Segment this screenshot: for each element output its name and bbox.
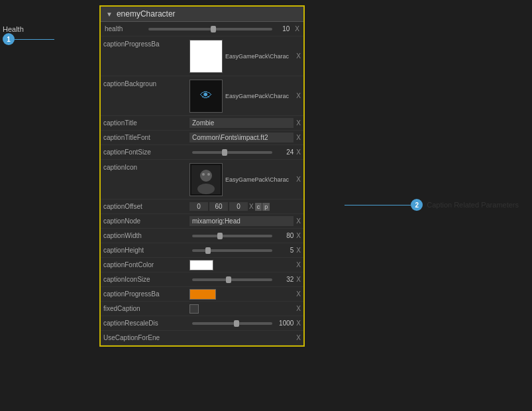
- row-captionIconSize: captionIconSize 32 X: [101, 272, 303, 287]
- slider-val-captionWidth: 80: [275, 232, 293, 239]
- row-label-captionTitle: captionTitle: [103, 119, 189, 127]
- text-input-captionTitleFont[interactable]: [189, 133, 293, 143]
- offset-v3-captionOffset[interactable]: [229, 202, 248, 211]
- x-btn-captionTitle[interactable]: X: [296, 119, 301, 127]
- row-captionIcon: captionIcon EasyGamePack\Charac X: [101, 160, 303, 200]
- row-label-captionWidth: captionWidth: [103, 232, 189, 239]
- row-captionFontColor: captionFontColor X: [101, 258, 303, 272]
- x-btn-captionHeight[interactable]: X: [296, 247, 301, 254]
- x-btn-captionBackground[interactable]: X: [296, 92, 301, 99]
- texture-thumb-captionProgressBar[interactable]: [189, 40, 223, 73]
- row-label-captionIcon: captionIcon: [103, 162, 189, 171]
- health-row: health 10 X: [101, 22, 303, 36]
- panel-collapse-arrow[interactable]: ▼: [106, 11, 113, 18]
- row-label-captionProgressBar2: captionProgressBa: [103, 290, 189, 298]
- row-label-captionProgressBar: captionProgressBa: [103, 39, 189, 48]
- row-captionProgressBar2: captionProgressBa X: [101, 287, 303, 302]
- offset-c-btn-captionOffset[interactable]: c: [255, 203, 262, 211]
- slider-thumb-captionFontSize[interactable]: [222, 149, 227, 156]
- row-label-fixedCaption: fixedCaption: [103, 305, 189, 312]
- health-annotation-circle: 1: [3, 33, 15, 45]
- svg-point-2: [197, 184, 215, 194]
- caption-annotation-line: [345, 205, 411, 206]
- offset-p-btn-captionOffset[interactable]: p: [262, 203, 270, 211]
- row-captionTitle: captionTitle X: [101, 116, 303, 131]
- row-label-captionRescaleDis: captionRescaleDis: [103, 320, 189, 327]
- offset-x-label-captionOffset: X: [249, 203, 254, 210]
- health-slider[interactable]: [148, 28, 272, 30]
- x-btn-fixedCaption[interactable]: X: [296, 305, 301, 312]
- text-input-captionTitle[interactable]: [189, 118, 293, 128]
- slider-thumb-captionHeight[interactable]: [205, 247, 211, 254]
- health-annotation-line: [15, 39, 54, 40]
- texture-path-captionProgressBar: EasyGamePack\Charac: [223, 53, 296, 60]
- slider-captionFontSize[interactable]: [192, 151, 272, 154]
- offset-v1-captionOffset[interactable]: [189, 202, 208, 211]
- progress-color-swatch-captionProgressBar2[interactable]: [189, 289, 216, 300]
- svg-point-4: [207, 173, 210, 176]
- x-btn-captionProgressBar[interactable]: X: [296, 52, 301, 60]
- x-btn-captionTitleFont[interactable]: X: [296, 134, 301, 141]
- x-btn-captionIconSize[interactable]: X: [296, 276, 301, 283]
- svg-point-1: [200, 170, 212, 182]
- row-label-captionBackground: captionBackgroun: [103, 79, 189, 88]
- row-captionTitleFont: captionTitleFont X: [101, 131, 303, 145]
- row-captionFontSize: captionFontSize 24 X: [101, 145, 303, 160]
- caption-annotation-circle: 2: [411, 199, 423, 211]
- row-label-captionFontColor: captionFontColor: [103, 261, 189, 268]
- slider-captionHeight[interactable]: [192, 249, 272, 252]
- row-label-captionFontSize: captionFontSize: [103, 148, 189, 156]
- texture-path-captionIcon: EasyGamePack\Charac: [223, 176, 296, 183]
- texture-path-captionBackground: EasyGamePack\Charac: [223, 93, 296, 99]
- slider-captionIconSize[interactable]: [192, 278, 272, 281]
- panel-header: ▼ enemyCharacter: [101, 7, 303, 22]
- svg-point-3: [202, 173, 205, 176]
- row-captionWidth: captionWidth 80 X: [101, 229, 303, 243]
- x-btn-captionIcon[interactable]: X: [296, 176, 301, 183]
- slider-thumb-captionIconSize[interactable]: [226, 276, 231, 283]
- row-label-captionOffset: captionOffset: [103, 203, 189, 210]
- slider-val-captionRescaleDis: 1000: [275, 320, 293, 327]
- slider-val-captionFontSize: 24: [275, 148, 293, 156]
- offset-v2-captionOffset[interactable]: [209, 202, 228, 211]
- slider-thumb-captionRescaleDis[interactable]: [234, 320, 239, 327]
- row-label-captionHeight: captionHeight: [103, 247, 189, 254]
- caption-annotation-label: Caption Related Parameters: [427, 201, 519, 209]
- health-slider-thumb[interactable]: [211, 26, 216, 32]
- x-btn-UseCaptionForEne[interactable]: X: [296, 334, 301, 341]
- color-swatch-captionFontColor[interactable]: [189, 260, 213, 270]
- x-btn-captionFontColor[interactable]: X: [296, 261, 301, 268]
- slider-captionRescaleDis[interactable]: [192, 322, 272, 325]
- texture-thumb-captionBackground[interactable]: 👁: [189, 80, 223, 113]
- panel-title: enemyCharacter: [117, 9, 176, 19]
- row-label-captionTitleFont: captionTitleFont: [103, 134, 189, 141]
- row-captionNode: captionNode X: [101, 214, 303, 229]
- row-label-captionNode: captionNode: [103, 217, 189, 225]
- texture-thumb-captionIcon[interactable]: [189, 163, 223, 196]
- health-x-button[interactable]: X: [295, 25, 299, 32]
- row-captionProgressBar: captionProgressBa EasyGamePack\Charac X: [101, 36, 303, 76]
- slider-val-captionHeight: 5: [275, 247, 293, 254]
- text-input-captionNode[interactable]: [189, 216, 293, 226]
- health-label: health: [105, 25, 144, 32]
- health-value: 10: [276, 25, 290, 32]
- x-btn-captionProgressBar2[interactable]: X: [296, 290, 301, 298]
- health-annotation: Health 1: [3, 25, 54, 45]
- health-annotation-label: Health: [3, 25, 24, 33]
- slider-captionWidth[interactable]: [192, 235, 272, 237]
- row-UseCaptionForEne: UseCaptionForEne X: [101, 331, 303, 345]
- x-btn-captionRescaleDis[interactable]: X: [296, 320, 301, 327]
- x-btn-captionNode[interactable]: X: [296, 217, 301, 225]
- checkbox-fixedCaption[interactable]: [189, 304, 199, 314]
- row-fixedCaption: fixedCaption X: [101, 302, 303, 316]
- row-label-captionIconSize: captionIconSize: [103, 276, 189, 283]
- x-btn-captionFontSize[interactable]: X: [296, 148, 301, 156]
- enemy-character-panel: ▼ enemyCharacter health 10 X captionProg…: [99, 5, 305, 347]
- slider-thumb-captionWidth[interactable]: [217, 233, 223, 239]
- slider-val-captionIconSize: 32: [275, 276, 293, 283]
- row-label-UseCaptionForEne: UseCaptionForEne: [103, 334, 189, 341]
- rows-container: captionProgressBa EasyGamePack\Charac X …: [101, 36, 303, 345]
- row-captionBackground: captionBackgroun 👁 EasyGamePack\Charac X: [101, 76, 303, 116]
- x-btn-captionWidth[interactable]: X: [296, 232, 301, 239]
- caption-annotation: 2 Caption Related Parameters: [345, 199, 519, 211]
